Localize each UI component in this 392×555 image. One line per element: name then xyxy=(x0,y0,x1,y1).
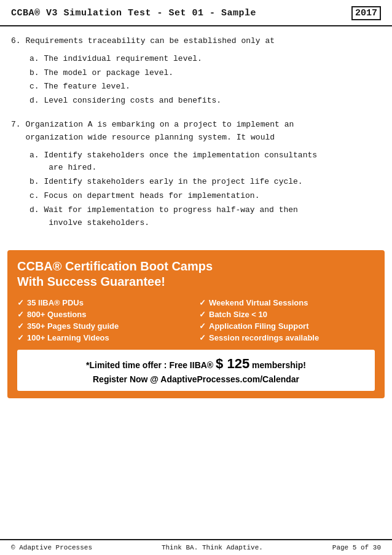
check-icon: ✓ xyxy=(199,333,206,342)
list-item: b. Identify stakeholders early in the pr… xyxy=(29,176,381,189)
offer-register: Register Now @ AdaptiveProcesses.com/Cal… xyxy=(23,374,369,386)
feature-batch: ✓ Batch Size < 10 xyxy=(199,310,375,319)
feature-pdus: ✓ 35 IIBA® PDUs xyxy=(17,298,193,307)
feature-videos-label: 100+ Learning Videos xyxy=(27,333,109,342)
feature-questions-label: 800+ Questions xyxy=(27,310,86,319)
banner-features: ✓ 35 IIBA® PDUs ✓ Weekend Virtual Sessio… xyxy=(17,298,375,342)
question-7-options: a. Identify stakeholders once the implem… xyxy=(29,149,381,230)
feature-videos: ✓ 100+ Learning Videos xyxy=(17,333,193,342)
feature-weekend-label: Weekend Virtual Sessions xyxy=(209,298,308,307)
check-icon: ✓ xyxy=(199,298,206,307)
list-item: c. The feature level. xyxy=(29,81,381,93)
question-7-text: 7. Organization A is embarking on a proj… xyxy=(11,119,381,144)
check-icon: ✓ xyxy=(17,298,24,307)
list-item: a. Identify stakeholders once the implem… xyxy=(29,149,381,175)
feature-questions: ✓ 800+ Questions xyxy=(17,310,193,319)
feature-pdus-label: 35 IIBA® PDUs xyxy=(27,298,84,307)
list-item: d. Wait for implementation to progress h… xyxy=(29,204,381,230)
list-item: b. The model or package level. xyxy=(29,67,381,80)
header-year: 2017 xyxy=(351,6,381,20)
promo-banner: CCBA® Certification Boot CampsWith Succe… xyxy=(7,250,385,398)
footer-page: Page 5 of 30 xyxy=(332,544,381,551)
question-6-number: 6. xyxy=(11,36,25,45)
check-icon: ✓ xyxy=(199,321,206,331)
check-icon: ✓ xyxy=(17,333,24,342)
check-icon: ✓ xyxy=(17,321,24,331)
footer-tagline: Think BA. Think Adaptive. xyxy=(162,544,263,551)
offer-line1: *Limited time offer : Free IIBA® $ 125 m… xyxy=(23,355,369,374)
banner-offer: *Limited time offer : Free IIBA® $ 125 m… xyxy=(17,350,375,390)
content-area: 6. Requirements traceability can be esta… xyxy=(0,26,392,240)
question-6-text: 6. Requirements traceability can be esta… xyxy=(11,35,381,48)
feature-application-label: Application Filing Support xyxy=(209,321,308,331)
spacer xyxy=(0,398,392,539)
banner-title: CCBA® Certification Boot CampsWith Succe… xyxy=(17,259,375,289)
offer-amount: $ 125 xyxy=(216,356,249,371)
question-6: 6. Requirements traceability can be esta… xyxy=(11,35,381,108)
check-icon: ✓ xyxy=(17,310,24,319)
page-footer: © Adaptive Processes Think BA. Think Ada… xyxy=(0,539,392,555)
feature-recordings: ✓ Session recordings available xyxy=(199,333,375,342)
feature-study-label: 350+ Pages Study guide xyxy=(27,321,119,331)
page-container: CCBA® V3 Simulation Test - Set 01 - Samp… xyxy=(0,0,392,555)
list-item: c. Focus on department heads for impleme… xyxy=(29,190,381,203)
feature-study: ✓ 350+ Pages Study guide xyxy=(17,321,193,331)
list-item: a. The individual requirement level. xyxy=(29,53,381,66)
footer-copyright: © Adaptive Processes xyxy=(11,544,92,551)
check-icon: ✓ xyxy=(199,310,206,319)
feature-application: ✓ Application Filing Support xyxy=(199,321,375,331)
list-item: d. Level considering costs and benefits. xyxy=(29,95,381,108)
feature-recordings-label: Session recordings available xyxy=(209,333,319,342)
feature-batch-label: Batch Size < 10 xyxy=(209,310,267,319)
question-6-options: a. The individual requirement level. b. … xyxy=(29,53,381,108)
page-header: CCBA® V3 Simulation Test - Set 01 - Samp… xyxy=(0,0,392,26)
question-7: 7. Organization A is embarking on a proj… xyxy=(11,119,381,229)
feature-weekend: ✓ Weekend Virtual Sessions xyxy=(199,298,375,307)
page-title: CCBA® V3 Simulation Test - Set 01 - Samp… xyxy=(11,8,256,18)
